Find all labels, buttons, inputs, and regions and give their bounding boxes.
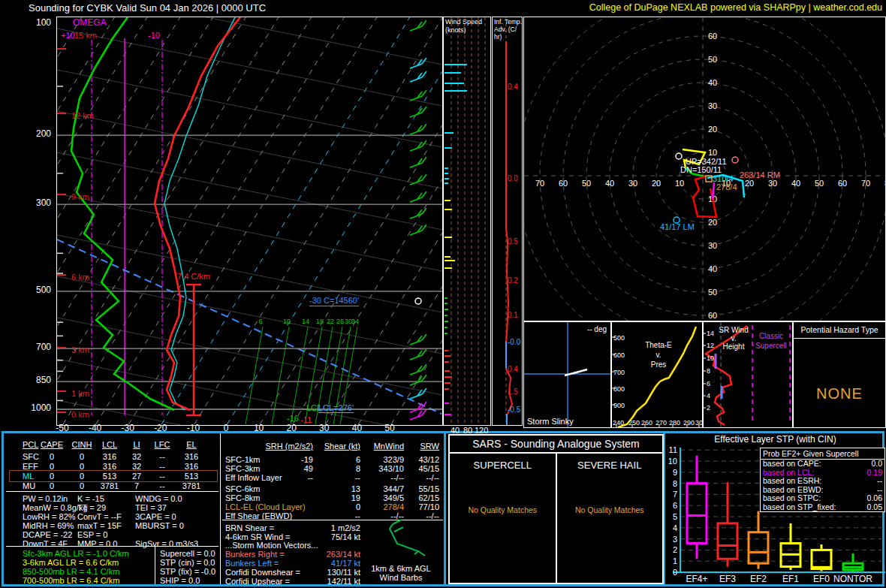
- kinematics-row-label: LCL-EL (Cloud Layer): [225, 502, 306, 511]
- sr-wind-title: SR Wind: [719, 326, 748, 334]
- classic-supercell-label: Supercell: [755, 342, 787, 350]
- kinematics-header: SRW: [357, 442, 439, 451]
- srh-value: --: [268, 473, 313, 482]
- prob-ef2-row: based on STP_fixed:0.05: [761, 503, 884, 512]
- theta-e-title: Pres: [651, 360, 667, 369]
- prob-ef2-value: --: [877, 477, 882, 486]
- slinky-deg-label: -- deg: [587, 325, 607, 333]
- wind-barb: [410, 214, 422, 219]
- dry-adiabat-line: [57, 276, 442, 354]
- lapse-rate-label: 7.4 C/km: [177, 272, 210, 281]
- omega-label: OMEGA: [73, 18, 107, 28]
- height-label: 9 km: [71, 192, 89, 201]
- mixing-ratio-label: 10: [283, 318, 291, 325]
- skewt-panel[interactable]: 610141822263034: [56, 17, 443, 426]
- wind-barb: [422, 124, 426, 130]
- hodo-axis-label: 50: [708, 288, 717, 297]
- sars-hail-column: SEVERE HAIL No Quality Matches: [556, 454, 663, 583]
- isotherm-line: [57, 17, 246, 424]
- stp-category-label: EF1: [782, 574, 799, 584]
- parcel-value: 316: [175, 452, 208, 461]
- storm-motion-title: ...Storm Motion Vectors...: [225, 541, 318, 550]
- storm-motion-value: 130/11 kt: [308, 568, 360, 577]
- hodo-axis-label: 10: [708, 148, 717, 157]
- parcel-value: --: [147, 481, 177, 490]
- prob-ef2-value: 0.05: [867, 503, 882, 512]
- stp-ytick: 8: [673, 479, 677, 488]
- dry-adiabat-line: [57, 152, 442, 230]
- hodo-axis-label: 60: [708, 311, 717, 320]
- thermo-index: K = -15: [77, 494, 104, 503]
- isotherm-line: [57, 17, 180, 424]
- prob-ef2-box: Prob EF2+ Given Supercell based on CAPE:…: [760, 448, 885, 512]
- surface-dewpoint-label: -16: [287, 414, 299, 423]
- theta-e-ytick: 900: [613, 402, 625, 409]
- wind-speed-bar: [445, 321, 448, 322]
- thermo-index: WNDG = 0.0: [135, 494, 182, 503]
- prob-ef2-label: based on STPC:: [763, 494, 821, 503]
- stp-ytick: 6: [673, 501, 677, 510]
- thermo-index: MidRH = 69%: [23, 521, 74, 530]
- slinky-title: Storm Slinky: [527, 417, 574, 426]
- hodo-axis-label: 20: [708, 218, 717, 227]
- theta-e-ytick: 800: [613, 385, 625, 393]
- lcl-label: LCL=276': [318, 403, 354, 413]
- sr-wind-ytick: 6: [707, 380, 710, 387]
- storm-motion-label: Bunkers Right =: [225, 550, 285, 559]
- dry-adiabat-line: [57, 29, 442, 106]
- stp-title: Effective Layer STP (with CIN): [664, 434, 886, 445]
- wind-speed-panel[interactable]: [443, 17, 491, 426]
- theta-e-plot: 500600700800900240250260270280290300Thet…: [612, 322, 702, 427]
- thermo-index: TT = 29: [77, 503, 106, 512]
- hodograph-panel[interactable]: 1020304050601020304050601020304050607010…: [523, 17, 886, 321]
- wind-barb: [422, 20, 426, 26]
- wind-speed-bar: [445, 147, 452, 149]
- sr-wind-ytick: 14: [707, 330, 714, 337]
- sr-wind-panel[interactable]: 1412108642SR Windv.HeightClassicSupercel…: [703, 321, 793, 428]
- wind-speed-bar: [445, 256, 451, 258]
- stp-ytick: 3: [673, 535, 677, 544]
- stp-ytick: 4: [673, 523, 677, 532]
- parcel-value: --: [147, 452, 177, 461]
- temp-axis-label: -30: [117, 424, 138, 433]
- divider: [6, 491, 218, 492]
- wind-barb: [422, 191, 426, 198]
- theta-e-panel[interactable]: 500600700800900240250260270280290300Thet…: [611, 321, 703, 428]
- lapse-rate-row: 850-500mb LR = 4.1 C/km: [23, 567, 119, 576]
- kinematics-row-label: SFC-6km: [225, 484, 260, 493]
- hodo-axis-label: 20: [745, 179, 754, 188]
- theta-e-ytick: 600: [613, 351, 625, 359]
- wind-speed-bar: [445, 90, 467, 92]
- parcel-table-header: CINH: [67, 440, 97, 449]
- hodo-axis-label: 60: [838, 179, 847, 188]
- wind-speed-bar: [445, 414, 451, 415]
- sounding-title: Sounding for CYBK Valid Sun 04 Jan 2026 …: [29, 2, 266, 14]
- dry-adiabat-line: [57, 400, 442, 425]
- pressure-axis-label: 300: [21, 198, 51, 208]
- shear-value: 8: [315, 464, 360, 473]
- wind-barb: [410, 355, 422, 360]
- divider: [6, 546, 218, 547]
- hazard-panel[interactable]: Potential Hazard Type NONE: [793, 321, 886, 428]
- hodo-axis-label: 60: [708, 32, 717, 41]
- stp-ytick: 0: [673, 568, 677, 577]
- stp-box: [687, 484, 707, 544]
- isotherm-line: [194, 17, 442, 424]
- sars-supercell-column: SUPERCELL No Quality Matches: [450, 454, 556, 583]
- stp-category-label: EF3: [719, 574, 736, 584]
- temp-axis-label: 50: [379, 424, 400, 433]
- storm-motion-value: 263/14 kt: [308, 550, 360, 559]
- storm-motion-marker: [732, 157, 738, 163]
- hodo-axis-label: 40: [791, 179, 800, 188]
- wind-speed-bar: [445, 237, 452, 238]
- wind-speed-bar: [445, 388, 449, 390]
- hodo-annotation: 41/17 LM: [660, 222, 695, 231]
- srh-value: -19: [268, 455, 313, 464]
- sars-match-status: No Quality Matches: [557, 505, 663, 514]
- surface-temp-label: -11: [300, 415, 312, 424]
- temp-axis-label: 0: [215, 424, 237, 433]
- wind-speed-bar: [445, 167, 448, 169]
- sr-wind-ytick: 10: [707, 354, 714, 362]
- wind-barb: [422, 107, 426, 113]
- storm-slinky-panel[interactable]: -- deg Storm Slinky: [523, 321, 611, 428]
